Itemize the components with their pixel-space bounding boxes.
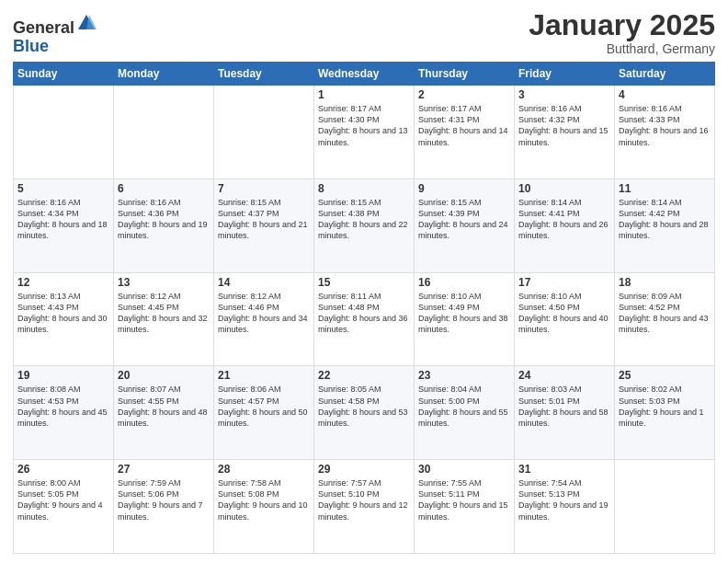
table-row: 30Sunrise: 7:55 AM Sunset: 5:11 PM Dayli… — [415, 460, 515, 554]
header-monday: Monday — [114, 63, 214, 86]
table-row: 3Sunrise: 8:16 AM Sunset: 4:32 PM Daylig… — [515, 86, 615, 179]
week-row-1: 5Sunrise: 8:16 AM Sunset: 4:34 PM Daylig… — [14, 178, 715, 272]
day-info: Sunrise: 8:15 AM Sunset: 4:39 PM Dayligh… — [418, 197, 510, 242]
day-number: 23 — [418, 369, 510, 382]
day-info: Sunrise: 8:00 AM Sunset: 5:05 PM Dayligh… — [17, 477, 109, 523]
day-info: Sunrise: 8:05 AM Sunset: 4:58 PM Dayligh… — [318, 384, 410, 429]
table-row: 17Sunrise: 8:10 AM Sunset: 4:50 PM Dayli… — [515, 272, 615, 366]
day-info: Sunrise: 8:16 AM Sunset: 4:34 PM Dayligh… — [17, 197, 109, 242]
table-row: 18Sunrise: 8:09 AM Sunset: 4:52 PM Dayli… — [615, 272, 715, 366]
header: General Blue January 2025 Butthard, Germ… — [13, 9, 715, 56]
header-sunday: Sunday — [14, 63, 114, 86]
logo-text: General — [13, 13, 97, 38]
table-row — [615, 460, 715, 554]
location-subtitle: Butthard, Germany — [529, 41, 715, 56]
day-number: 25 — [619, 369, 711, 382]
day-number: 22 — [318, 369, 410, 382]
day-info: Sunrise: 8:11 AM Sunset: 4:48 PM Dayligh… — [318, 291, 410, 336]
day-info: Sunrise: 8:14 AM Sunset: 4:41 PM Dayligh… — [518, 197, 610, 242]
day-number: 9 — [418, 182, 510, 195]
header-tuesday: Tuesday — [214, 63, 314, 86]
table-row — [214, 86, 314, 179]
table-row: 14Sunrise: 8:12 AM Sunset: 4:46 PM Dayli… — [214, 272, 314, 366]
day-number: 8 — [318, 182, 410, 195]
header-thursday: Thursday — [415, 63, 515, 86]
logo-blue-text: Blue — [13, 38, 97, 56]
day-info: Sunrise: 8:14 AM Sunset: 4:42 PM Dayligh… — [619, 197, 711, 242]
day-number: 13 — [118, 276, 210, 289]
table-row: 15Sunrise: 8:11 AM Sunset: 4:48 PM Dayli… — [314, 272, 415, 366]
day-number: 10 — [518, 182, 610, 195]
table-row: 12Sunrise: 8:13 AM Sunset: 4:43 PM Dayli… — [14, 272, 114, 366]
month-title: January 2025 — [529, 9, 715, 41]
day-info: Sunrise: 7:59 AM Sunset: 5:06 PM Dayligh… — [118, 477, 210, 523]
logo-general: General — [13, 18, 74, 37]
day-number: 2 — [418, 88, 510, 101]
day-info: Sunrise: 7:54 AM Sunset: 5:13 PM Dayligh… — [518, 477, 610, 523]
table-row: 4Sunrise: 8:16 AM Sunset: 4:33 PM Daylig… — [615, 86, 715, 179]
header-friday: Friday — [515, 63, 615, 86]
table-row: 29Sunrise: 7:57 AM Sunset: 5:10 PM Dayli… — [314, 460, 415, 554]
day-number: 5 — [17, 182, 109, 195]
week-row-2: 12Sunrise: 8:13 AM Sunset: 4:43 PM Dayli… — [14, 272, 715, 366]
day-info: Sunrise: 8:10 AM Sunset: 4:50 PM Dayligh… — [518, 291, 610, 336]
header-wednesday: Wednesday — [314, 63, 415, 86]
day-info: Sunrise: 8:13 AM Sunset: 4:43 PM Dayligh… — [17, 291, 109, 336]
day-number: 12 — [17, 276, 109, 289]
day-info: Sunrise: 8:17 AM Sunset: 4:30 PM Dayligh… — [318, 103, 410, 148]
day-info: Sunrise: 8:07 AM Sunset: 4:55 PM Dayligh… — [118, 384, 210, 429]
day-info: Sunrise: 8:06 AM Sunset: 4:57 PM Dayligh… — [218, 384, 310, 429]
logo-icon — [76, 13, 97, 33]
day-number: 24 — [518, 369, 610, 382]
table-row: 7Sunrise: 8:15 AM Sunset: 4:37 PM Daylig… — [214, 178, 314, 272]
table-row: 24Sunrise: 8:03 AM Sunset: 5:01 PM Dayli… — [515, 366, 615, 460]
calendar-table: Sunday Monday Tuesday Wednesday Thursday… — [13, 62, 715, 554]
day-info: Sunrise: 8:15 AM Sunset: 4:37 PM Dayligh… — [218, 197, 310, 242]
day-number: 19 — [17, 369, 109, 382]
day-number: 6 — [118, 182, 210, 195]
day-info: Sunrise: 8:17 AM Sunset: 4:31 PM Dayligh… — [418, 103, 510, 148]
table-row: 8Sunrise: 8:15 AM Sunset: 4:38 PM Daylig… — [314, 178, 415, 272]
week-row-3: 19Sunrise: 8:08 AM Sunset: 4:53 PM Dayli… — [14, 366, 715, 460]
table-row: 19Sunrise: 8:08 AM Sunset: 4:53 PM Dayli… — [14, 366, 114, 460]
day-info: Sunrise: 8:08 AM Sunset: 4:53 PM Dayligh… — [17, 384, 109, 429]
table-row: 11Sunrise: 8:14 AM Sunset: 4:42 PM Dayli… — [615, 178, 715, 272]
title-block: January 2025 Butthard, Germany — [529, 9, 715, 56]
table-row: 21Sunrise: 8:06 AM Sunset: 4:57 PM Dayli… — [214, 366, 314, 460]
week-row-4: 26Sunrise: 8:00 AM Sunset: 5:05 PM Dayli… — [14, 460, 715, 554]
table-row: 27Sunrise: 7:59 AM Sunset: 5:06 PM Dayli… — [114, 460, 214, 554]
header-saturday: Saturday — [615, 63, 715, 86]
week-row-0: 1Sunrise: 8:17 AM Sunset: 4:30 PM Daylig… — [14, 86, 715, 179]
day-info: Sunrise: 8:09 AM Sunset: 4:52 PM Dayligh… — [619, 291, 711, 336]
svg-marker-1 — [86, 15, 97, 29]
day-info: Sunrise: 8:16 AM Sunset: 4:33 PM Dayligh… — [619, 103, 711, 148]
day-number: 30 — [418, 463, 510, 476]
day-number: 11 — [619, 182, 711, 195]
day-number: 20 — [118, 369, 210, 382]
day-info: Sunrise: 8:15 AM Sunset: 4:38 PM Dayligh… — [318, 197, 410, 242]
day-number: 1 — [318, 88, 410, 101]
table-row: 25Sunrise: 8:02 AM Sunset: 5:03 PM Dayli… — [615, 366, 715, 460]
table-row: 2Sunrise: 8:17 AM Sunset: 4:31 PM Daylig… — [415, 86, 515, 179]
day-number: 17 — [518, 276, 610, 289]
day-number: 16 — [418, 276, 510, 289]
day-number: 15 — [318, 276, 410, 289]
day-number: 3 — [518, 88, 610, 101]
day-number: 14 — [218, 276, 310, 289]
table-row: 20Sunrise: 8:07 AM Sunset: 4:55 PM Dayli… — [114, 366, 214, 460]
table-row — [114, 86, 214, 179]
day-info: Sunrise: 8:12 AM Sunset: 4:46 PM Dayligh… — [218, 291, 310, 336]
day-number: 18 — [619, 276, 711, 289]
day-info: Sunrise: 8:02 AM Sunset: 5:03 PM Dayligh… — [619, 384, 711, 429]
table-row: 5Sunrise: 8:16 AM Sunset: 4:34 PM Daylig… — [14, 178, 114, 272]
day-info: Sunrise: 8:04 AM Sunset: 5:00 PM Dayligh… — [418, 384, 510, 429]
day-info: Sunrise: 7:55 AM Sunset: 5:11 PM Dayligh… — [418, 477, 510, 523]
table-row: 6Sunrise: 8:16 AM Sunset: 4:36 PM Daylig… — [114, 178, 214, 272]
table-row: 10Sunrise: 8:14 AM Sunset: 4:41 PM Dayli… — [515, 178, 615, 272]
day-info: Sunrise: 8:12 AM Sunset: 4:45 PM Dayligh… — [118, 291, 210, 336]
logo: General Blue — [13, 13, 97, 56]
day-number: 29 — [318, 463, 410, 476]
day-info: Sunrise: 7:58 AM Sunset: 5:08 PM Dayligh… — [218, 477, 310, 523]
table-row: 31Sunrise: 7:54 AM Sunset: 5:13 PM Dayli… — [515, 460, 615, 554]
day-number: 4 — [619, 88, 711, 101]
